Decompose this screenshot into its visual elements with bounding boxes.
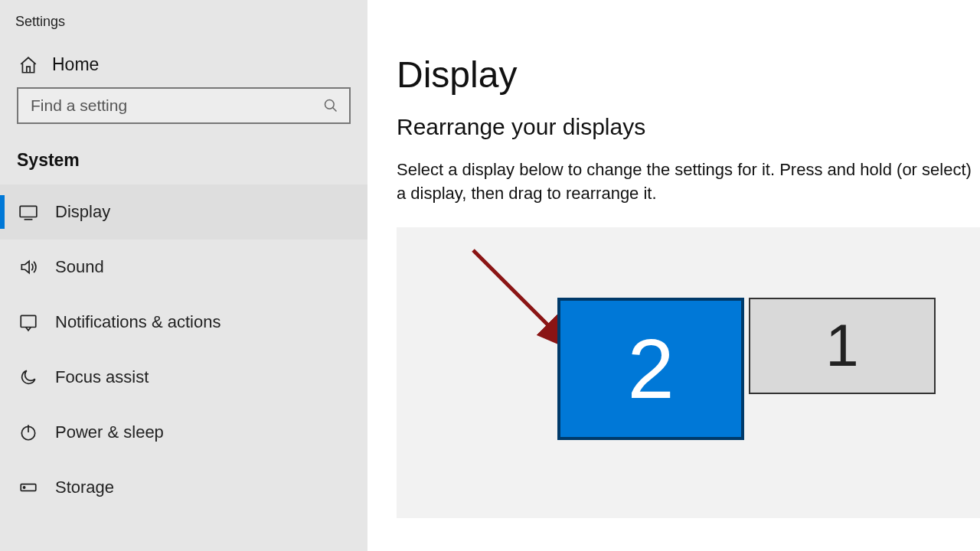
sidebar-item-label: Notifications & actions [55, 312, 220, 332]
sidebar-item-label: Focus assist [55, 367, 149, 387]
sidebar-item-label: Display [55, 202, 110, 222]
section-title: Rearrange your displays [397, 114, 980, 140]
search-input[interactable] [29, 96, 323, 116]
home-label: Home [52, 54, 99, 75]
sidebar-item-label: Power & sleep [55, 422, 164, 442]
svg-point-0 [325, 100, 335, 109]
sidebar-nav: Display Sound [0, 184, 368, 515]
svg-line-10 [473, 250, 569, 346]
svg-rect-4 [21, 315, 36, 327]
settings-window: Settings Home [0, 0, 980, 551]
section-description: Select a display below to change the set… [397, 158, 980, 206]
display-number: 2 [627, 320, 674, 417]
display-number: 1 [825, 311, 858, 380]
storage-icon [18, 478, 38, 497]
sidebar-item-storage[interactable]: Storage [0, 460, 368, 515]
power-icon [18, 422, 38, 442]
sidebar-item-label: Storage [55, 478, 114, 497]
focus-assist-icon [18, 367, 38, 387]
page-title: Display [397, 54, 980, 96]
svg-point-8 [24, 487, 25, 488]
category-heading: System [0, 138, 368, 184]
main-pane: Display Rearrange your displays Select a… [368, 0, 980, 551]
display-box-2[interactable]: 2 [557, 298, 744, 440]
search-box[interactable] [17, 87, 351, 124]
sidebar-item-notifications[interactable]: Notifications & actions [0, 295, 368, 350]
sidebar: Settings Home [0, 0, 368, 551]
sidebar-item-home[interactable]: Home [0, 45, 368, 87]
notifications-icon [18, 312, 38, 332]
sidebar-item-label: Sound [55, 257, 104, 277]
app-title: Settings [0, 9, 368, 45]
sidebar-item-display[interactable]: Display [0, 184, 368, 240]
search-icon [323, 98, 338, 113]
sidebar-item-power-sleep[interactable]: Power & sleep [0, 405, 368, 460]
display-icon [18, 202, 38, 222]
home-icon [18, 55, 38, 75]
sidebar-item-sound[interactable]: Sound [0, 240, 368, 295]
search-container [0, 87, 368, 138]
svg-line-1 [333, 108, 337, 112]
display-box-1[interactable]: 1 [749, 298, 936, 394]
display-arrangement-area[interactable]: 2 1 [397, 227, 980, 518]
sidebar-item-focus-assist[interactable]: Focus assist [0, 350, 368, 405]
sound-icon [18, 257, 38, 277]
svg-rect-2 [20, 206, 37, 217]
